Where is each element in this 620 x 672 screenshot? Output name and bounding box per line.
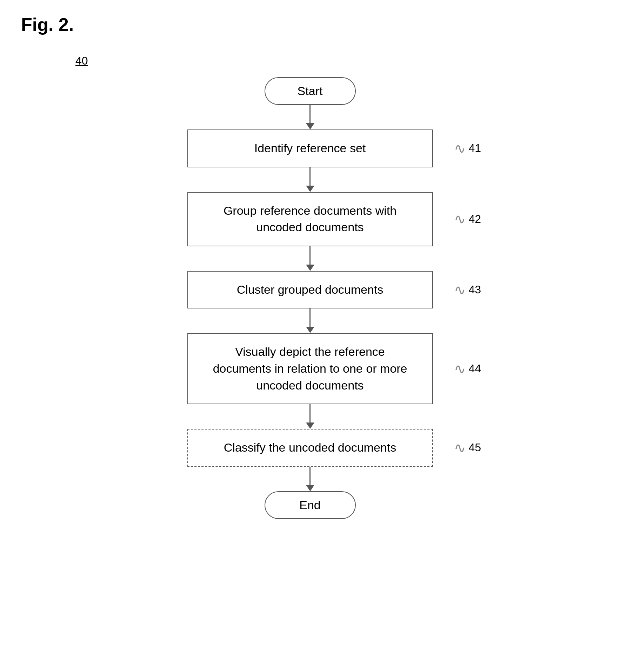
step-43-box: Cluster grouped documents bbox=[187, 271, 433, 309]
diagram-label: 40 bbox=[75, 54, 88, 67]
step-row-44: Visually depict the reference documents … bbox=[187, 333, 433, 404]
figure-title: Fig. 2. bbox=[21, 14, 74, 35]
step-41-label: ∿ 41 bbox=[454, 140, 481, 157]
step-41-box: Identify reference set bbox=[187, 129, 433, 167]
step-44-label: ∿ 44 bbox=[454, 361, 481, 377]
step-43-label: ∿ 43 bbox=[454, 282, 481, 298]
flowchart: Start Identify reference set ∿ 41 Group … bbox=[0, 77, 620, 519]
step-44-box: Visually depict the reference documents … bbox=[187, 333, 433, 404]
step-45-box: Classify the uncoded documents bbox=[187, 429, 433, 467]
step-row-43: Cluster grouped documents ∿ 43 bbox=[187, 271, 433, 309]
arrow-2 bbox=[306, 167, 314, 192]
step-row-41: Identify reference set ∿ 41 bbox=[187, 129, 433, 167]
arrow-6 bbox=[306, 467, 314, 491]
arrow-3 bbox=[306, 246, 314, 271]
arrow-1 bbox=[306, 105, 314, 129]
step-42-label: ∿ 42 bbox=[454, 211, 481, 227]
step-row-42: Group reference documents with uncoded d… bbox=[187, 192, 433, 246]
start-node: Start bbox=[265, 77, 356, 105]
step-row-45: Classify the uncoded documents ∿ 45 bbox=[187, 429, 433, 467]
end-node: End bbox=[265, 491, 356, 519]
arrow-5 bbox=[306, 404, 314, 429]
step-45-label: ∿ 45 bbox=[454, 440, 481, 456]
step-42-box: Group reference documents with uncoded d… bbox=[187, 192, 433, 246]
arrow-4 bbox=[306, 308, 314, 333]
